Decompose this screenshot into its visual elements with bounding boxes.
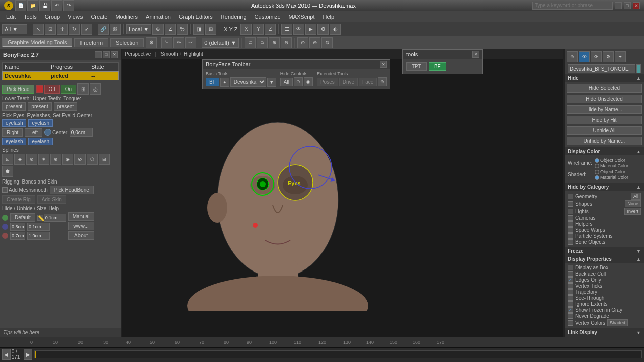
- eyelash-left-tag[interactable]: eyelash: [2, 119, 26, 127]
- axis-z-btn[interactable]: Z: [265, 24, 276, 35]
- maximize-btn[interactable]: □: [624, 2, 631, 9]
- ignore-extents-check[interactable]: [568, 301, 573, 307]
- shaded-object-color-radio[interactable]: [595, 170, 599, 174]
- dc-collapse-icon[interactable]: ▲: [636, 149, 641, 154]
- eyelid-left-tag[interactable]: eyelash: [2, 138, 26, 145]
- mode-dropdown[interactable]: All ▼: [2, 24, 27, 34]
- bf-close-btn[interactable]: ✕: [111, 51, 118, 58]
- active-shade-btn[interactable]: ◐: [330, 24, 341, 35]
- edges-only-check[interactable]: [568, 277, 573, 283]
- hide-collapse-icon[interactable]: ▲: [636, 76, 641, 81]
- unhide-by-name-btn[interactable]: Unhide by Name...: [567, 137, 642, 145]
- move-btn[interactable]: ✛: [57, 24, 68, 35]
- lights-check[interactable]: [568, 209, 573, 214]
- g-mirror-sel-btn[interactable]: ⊛: [309, 37, 320, 48]
- all-btn[interactable]: All: [631, 193, 641, 200]
- add-skin-btn[interactable]: Add Skin: [37, 195, 66, 204]
- graphite-settings-btn[interactable]: ⚙: [146, 37, 157, 48]
- display-btn[interactable]: 👁: [293, 24, 304, 35]
- g-paint-btn[interactable]: ✏: [173, 37, 184, 48]
- rp-hide-icon[interactable]: 👁: [579, 51, 590, 62]
- dp-collapse-icon[interactable]: ▲: [636, 257, 641, 262]
- spline-icon-7[interactable]: ⊗: [74, 154, 86, 165]
- hide-by-name-btn[interactable]: Hide by Name...: [567, 105, 642, 114]
- object-color-swatch[interactable]: [636, 64, 641, 73]
- g-grow-btn[interactable]: ⊕: [269, 37, 280, 48]
- ld-collapse-icon[interactable]: ▼: [636, 330, 641, 335]
- layer-btn[interactable]: ☰: [281, 24, 292, 35]
- g-hide-sel-btn[interactable]: ⊚: [321, 37, 333, 48]
- spline-icon-1[interactable]: ⊡: [2, 154, 13, 165]
- bf-tbar-icon1[interactable]: ●: [220, 78, 229, 87]
- hide-unselected-btn[interactable]: Hide Unselected: [567, 95, 642, 103]
- percent-snap-btn[interactable]: %: [177, 24, 188, 35]
- bf-icon1[interactable]: ⊞: [77, 83, 89, 95]
- hide-selected-btn[interactable]: Hide Selected: [567, 84, 642, 93]
- g-select-btn[interactable]: 🖱: [161, 37, 172, 48]
- rotate-btn[interactable]: ↻: [69, 24, 80, 35]
- shapes-check[interactable]: [568, 201, 573, 207]
- center-value-input[interactable]: [70, 128, 93, 137]
- upper-teeth-btn[interactable]: present: [28, 102, 51, 111]
- invert-btn[interactable]: Invert: [624, 208, 641, 215]
- cameras-check[interactable]: [568, 215, 573, 221]
- on-btn[interactable]: On: [61, 85, 76, 94]
- spline-icon-10[interactable]: ⬟: [2, 166, 13, 177]
- bf-max-btn[interactable]: □: [103, 51, 110, 58]
- bf-ext-icon[interactable]: ⊕: [378, 77, 387, 86]
- rp-util-icon[interactable]: ⚙: [603, 51, 614, 62]
- menu-tools[interactable]: Tools: [20, 13, 41, 21]
- ref-dropdown[interactable]: Local ▼: [126, 24, 151, 34]
- tab-freeform[interactable]: Freeform: [74, 38, 108, 47]
- none-btn[interactable]: None: [625, 200, 641, 207]
- g-shrink-btn[interactable]: ⊖: [281, 37, 292, 48]
- about-btn[interactable]: About: [68, 231, 94, 240]
- bf-hide-icon2[interactable]: ◉: [304, 77, 313, 86]
- eyelash-right-tag[interactable]: eyelash: [28, 119, 52, 127]
- right-btn[interactable]: Right: [2, 128, 23, 137]
- tab-graphite-modeling[interactable]: Graphite Modeling Tools: [2, 38, 72, 47]
- spline-icon-5[interactable]: ⊕: [50, 154, 61, 165]
- rp-extra-icon[interactable]: ✦: [615, 51, 626, 62]
- particle-sys-check[interactable]: [568, 233, 573, 239]
- select-btn[interactable]: ↖: [33, 24, 44, 35]
- axis-x-btn[interactable]: X: [240, 24, 252, 35]
- freeze-collapse-icon[interactable]: ▼: [636, 249, 641, 254]
- timeline-track[interactable]: [34, 350, 642, 358]
- spline-icon-8[interactable]: ⬡: [87, 154, 98, 165]
- bf-tbar-bf-btn[interactable]: BF: [206, 78, 219, 86]
- menu-customize[interactable]: Customize: [251, 13, 285, 21]
- array-btn[interactable]: ⊞: [205, 24, 216, 35]
- menu-rendering[interactable]: Rendering: [217, 13, 251, 21]
- size-input-5[interactable]: [27, 232, 50, 240]
- menu-graph-editors[interactable]: Graph Editors: [175, 13, 217, 21]
- g-soft-sel-btn[interactable]: ⊙: [297, 37, 308, 48]
- left-btn[interactable]: Left: [25, 128, 42, 137]
- size-input-1[interactable]: [44, 214, 66, 222]
- menu-group[interactable]: Group: [41, 13, 64, 21]
- wireframe-material-color-radio[interactable]: [595, 164, 599, 168]
- backface-cull-check[interactable]: [568, 271, 573, 277]
- save-btn[interactable]: 💾: [39, 0, 50, 11]
- g-preset-dropdown[interactable]: 0 (default) ▼: [202, 38, 238, 48]
- vertex-colors-shaded[interactable]: Shaded: [607, 319, 628, 326]
- geometry-check[interactable]: [568, 194, 573, 199]
- never-degrade-check[interactable]: [568, 313, 573, 319]
- menu-edit[interactable]: Edit: [2, 13, 20, 21]
- spline-icon-9[interactable]: ⊞: [99, 154, 110, 165]
- bf-tbar-dropdown-icon[interactable]: ▼: [267, 78, 276, 87]
- spline-icon-6[interactable]: ◉: [62, 154, 73, 165]
- tpt-btn[interactable]: TPT: [406, 62, 427, 71]
- unlink-btn[interactable]: ⛓: [110, 24, 121, 35]
- search-input[interactable]: [532, 2, 613, 10]
- render-btn[interactable]: ▶: [305, 24, 316, 35]
- tab-selection[interactable]: Selection: [110, 38, 144, 47]
- show-frozen-check[interactable]: [568, 307, 573, 313]
- helpers-check[interactable]: [568, 221, 573, 227]
- timeline-prev-btn[interactable]: ◀: [2, 349, 11, 360]
- bf-table-row[interactable]: Devushka picked --: [2, 71, 119, 80]
- angle-snap-btn[interactable]: ∠: [165, 24, 176, 35]
- open-btn[interactable]: 📁: [27, 0, 38, 11]
- snaps-btn[interactable]: ⊕: [152, 24, 164, 35]
- scale-btn[interactable]: ⤢: [81, 24, 92, 35]
